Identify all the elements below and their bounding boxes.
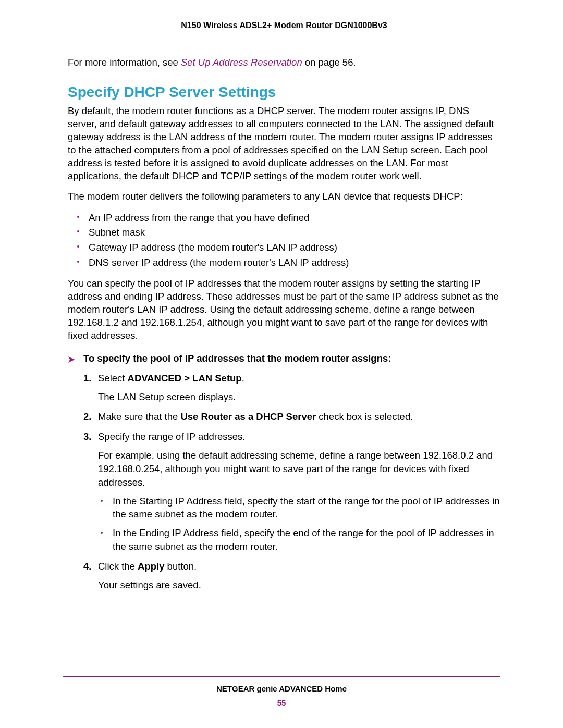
header-product-title: N150 Wireless ADSL2+ Modem Router DGN100… (68, 21, 500, 30)
list-item: Gateway IP address (the modem router's L… (68, 240, 500, 255)
step-sub-text: For example, using the default addressin… (98, 449, 500, 489)
section-heading: Specify DHCP Server Settings (68, 84, 500, 101)
step-text-prefix: Select (98, 373, 128, 384)
intro-suffix: on page 56. (302, 57, 356, 68)
list-item: DNS server IP address (the modem router'… (68, 255, 500, 270)
step-text-suffix: check box is selected. (316, 411, 413, 422)
dhcp-parameter-list: An IP address from the range that you ha… (68, 211, 500, 270)
bullet-icon (101, 500, 103, 502)
intro-prefix: For more information, see (68, 57, 181, 68)
step-2: 2. Make sure that the Use Router as a DH… (68, 410, 500, 424)
bullet-icon (77, 261, 79, 263)
list-item-text: DNS server IP address (the modem router'… (89, 257, 349, 268)
bullet-icon (101, 532, 103, 534)
step-text: Specify the range of IP addresses. (98, 431, 245, 442)
step-text-prefix: Click the (98, 561, 138, 572)
step-text-suffix: . (242, 373, 244, 384)
list-item-text: In the Starting IP Address field, specif… (113, 496, 500, 520)
step-text-bold: Use Router as a DHCP Server (180, 411, 316, 422)
procedure-title-text: To specify the pool of IP addresses that… (83, 353, 391, 364)
section-paragraph-3: You can specify the pool of IP addresses… (68, 277, 500, 342)
list-item-text: Subnet mask (89, 227, 145, 238)
arrow-icon: ➤ (68, 354, 75, 364)
list-item-text: An IP address from the range that you ha… (89, 212, 309, 223)
step-4: 4. Click the Apply button. Your settings… (68, 560, 500, 592)
step-sub-text: Your settings are saved. (98, 578, 500, 592)
footer-page-number: 55 (63, 698, 500, 707)
section-paragraph-1: By default, the modem router functions a… (68, 105, 500, 183)
step-number: 3. (83, 430, 91, 443)
step-text-suffix: button. (164, 561, 197, 572)
list-item: In the Ending IP Address field, specify … (98, 526, 500, 553)
step-text-bold: Apply (138, 561, 164, 572)
procedure-steps: 1. Select ADVANCED > LAN Setup. The LAN … (68, 372, 500, 592)
step-number: 2. (83, 410, 91, 424)
footer-divider (63, 676, 500, 677)
footer-title: NETGEAR genie ADVANCED Home (63, 684, 500, 693)
page-footer: NETGEAR genie ADVANCED Home 55 (63, 676, 500, 707)
step-sub-bullets: In the Starting IP Address field, specif… (98, 495, 500, 554)
step-number: 4. (83, 560, 91, 573)
list-item: In the Starting IP Address field, specif… (98, 495, 500, 522)
step-1: 1. Select ADVANCED > LAN Setup. The LAN … (68, 372, 500, 404)
list-item-text: Gateway IP address (the modem router's L… (89, 242, 337, 253)
intro-paragraph: For more information, see Set Up Address… (68, 56, 500, 69)
procedure-title: ➤ To specify the pool of IP addresses th… (68, 353, 500, 364)
step-3: 3. Specify the range of IP addresses. Fo… (68, 430, 500, 553)
step-text-prefix: Make sure that the (98, 411, 180, 422)
section-paragraph-2: The modem router delivers the following … (68, 190, 500, 203)
step-sub-text: The LAN Setup screen displays. (98, 390, 500, 404)
step-text-bold: ADVANCED > LAN Setup (128, 373, 242, 384)
cross-reference-link[interactable]: Set Up Address Reservation (181, 57, 302, 68)
list-item: An IP address from the range that you ha… (68, 211, 500, 226)
step-number: 1. (83, 372, 91, 385)
bullet-icon (77, 245, 79, 248)
bullet-icon (77, 216, 79, 218)
list-item: Subnet mask (68, 225, 500, 240)
list-item-text: In the Ending IP Address field, specify … (113, 527, 494, 552)
bullet-icon (77, 230, 79, 232)
